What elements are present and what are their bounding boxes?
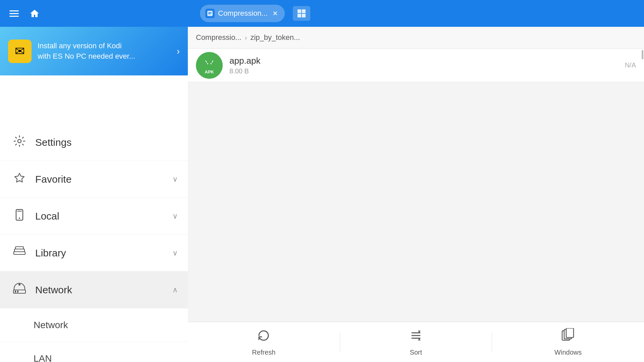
file-list: APK app.apk 8.00 B N/A: [188, 49, 644, 322]
library-icon: [10, 246, 29, 260]
refresh-label: Refresh: [252, 349, 275, 356]
favorite-label: Favorite: [35, 174, 172, 185]
sort-icon: [409, 328, 423, 346]
svg-rect-1: [298, 9, 301, 13]
network-arrow-icon: ∧: [172, 286, 178, 294]
refresh-button[interactable]: Refresh: [188, 322, 340, 362]
sidebar-item-library[interactable]: Library ∨: [0, 235, 188, 272]
tab-label: Compression...: [218, 9, 268, 18]
sidebar-sub-item-network[interactable]: Network: [0, 308, 188, 342]
sub-network-label: Network: [34, 320, 68, 330]
favorite-arrow-icon: ∨: [172, 175, 178, 184]
sidebar-item-local[interactable]: Local ∨: [0, 198, 188, 235]
windows-button[interactable]: Windows: [492, 322, 644, 362]
svg-rect-13: [15, 291, 16, 293]
file-name: app.apk: [229, 56, 625, 66]
windows-label: Windows: [554, 349, 582, 356]
tab-close-button[interactable]: ✕: [271, 8, 279, 19]
banner-mail-icon: ✉: [8, 40, 32, 63]
network-icon: [10, 283, 29, 297]
sidebar-item-settings[interactable]: Settings: [0, 124, 188, 161]
svg-point-7: [19, 218, 20, 219]
favorite-icon: [10, 172, 29, 187]
breadcrumb-separator: ›: [245, 34, 247, 42]
svg-rect-9: [14, 252, 25, 254]
bottom-toolbar: Refresh Sort: [188, 322, 644, 362]
sub-lan-label: LAN: [34, 353, 52, 362]
svg-rect-11: [15, 247, 23, 249]
scrollbar-thumb: [642, 50, 643, 59]
sidebar-sub-item-lan[interactable]: LAN: [0, 342, 188, 362]
promo-banner[interactable]: ✉ Install any version of Kodi with ES No…: [0, 27, 188, 75]
settings-icon: [10, 135, 29, 150]
banner-text: Install any version of Kodi with ES No P…: [38, 41, 171, 62]
windows-top-button[interactable]: [293, 6, 310, 21]
svg-rect-4: [302, 14, 306, 17]
tab-favicon: [205, 9, 215, 18]
apk-file-icon: APK: [196, 52, 223, 79]
svg-point-5: [18, 139, 21, 143]
refresh-icon: [256, 328, 271, 346]
svg-rect-14: [17, 291, 18, 293]
network-label: Network: [35, 284, 172, 296]
svg-point-15: [18, 284, 20, 286]
local-label: Local: [35, 210, 172, 222]
sort-label: Sort: [410, 349, 422, 356]
windows-toolbar-icon: [561, 328, 576, 346]
svg-rect-2: [302, 9, 306, 13]
svg-rect-27: [566, 328, 574, 338]
sidebar-item-favorite[interactable]: Favorite ∨: [0, 161, 188, 198]
svg-point-18: [207, 63, 208, 64]
menu-button[interactable]: [7, 8, 21, 19]
home-button[interactable]: [26, 7, 43, 20]
svg-rect-10: [14, 249, 24, 252]
svg-rect-3: [298, 14, 301, 17]
breadcrumb: Compressio... › zip_by_token...: [188, 27, 644, 49]
local-icon: [10, 209, 29, 224]
apk-icon-label: APK: [205, 69, 214, 74]
breadcrumb-part2: zip_by_token...: [250, 33, 300, 42]
file-size: 8.00 B: [229, 67, 625, 75]
sidebar-item-network[interactable]: Network ∧: [0, 272, 188, 308]
library-label: Library: [35, 247, 172, 259]
svg-point-19: [210, 63, 212, 64]
local-arrow-icon: ∨: [172, 212, 178, 221]
library-arrow-icon: ∨: [172, 249, 178, 257]
file-meta: N/A: [625, 61, 636, 69]
active-tab[interactable]: Compression... ✕: [200, 5, 285, 22]
sort-button[interactable]: Sort: [340, 322, 492, 362]
banner-arrow-icon: ›: [177, 46, 180, 57]
android-icon: [203, 56, 215, 71]
file-info: app.apk 8.00 B: [229, 56, 625, 75]
settings-label: Settings: [35, 137, 178, 148]
file-item-apk[interactable]: APK app.apk 8.00 B N/A: [188, 49, 644, 82]
breadcrumb-part1[interactable]: Compressio...: [196, 33, 241, 42]
